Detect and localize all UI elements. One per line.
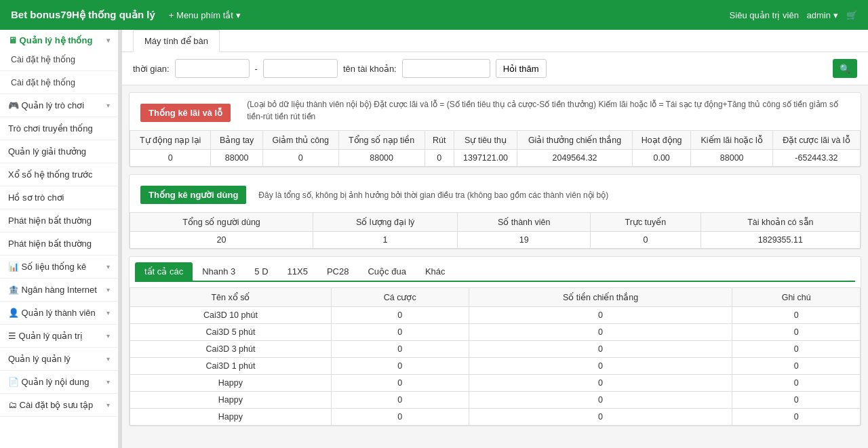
game-table-row: Cai3D 10 phút000 [130, 307, 861, 324]
sidebar-item-ho-so[interactable]: Hồ sơ trò chơi [0, 186, 118, 209]
header-right: Siêu quản trị viên admin ▾ 🛒 [730, 10, 857, 20]
game-cell-3: 0 [732, 341, 861, 358]
game-tab-tat-ca[interactable]: tất cả các [135, 262, 193, 281]
col-giai-thuong: Giải thưởng chiến thắng [517, 131, 633, 150]
game-cell-2: 0 [469, 358, 732, 375]
game-table: Tên xổ số Cá cược Số tiền chiến thắng Gh… [130, 287, 861, 426]
search-button[interactable]: 🔍 [833, 59, 857, 78]
game-cell-0: Cai3D 1 phút [130, 358, 332, 375]
sidebar-item-ngan-hang[interactable]: 🏦 Ngân hàng Internet ▾ [0, 279, 118, 302]
game-tab-khac[interactable]: Khác [416, 262, 455, 281]
col-tai-khoan: Tài khoản có sẵn [701, 213, 860, 232]
game-cell-2: 0 [469, 409, 732, 426]
game-tab-5d[interactable]: 5 D [245, 262, 277, 281]
game-cell-3: 0 [732, 358, 861, 375]
sidebar-item-so-lieu[interactable]: 📊 Số liệu thống kê ▾ [0, 256, 118, 279]
hoi-tham-button[interactable]: Hỏi thăm [496, 59, 547, 78]
col-bang-tay: Bảng tay [211, 131, 263, 150]
game-tab-nhanh-3[interactable]: Nhanh 3 [193, 262, 245, 281]
user-table: Tổng số người dùng Số lượng đại lý Số th… [130, 212, 861, 249]
game-tab-11x5[interactable]: 11X5 [278, 262, 317, 281]
game-cell-3: 0 [732, 409, 861, 426]
sidebar-item-cai-dat-1[interactable]: Cài đặt hệ thống [0, 48, 118, 71]
game-cell-1: 0 [331, 392, 469, 409]
game-cell-0: Happy [130, 375, 332, 392]
user-table-row: 20 1 19 0 1829355.11 [130, 232, 861, 249]
chevron-icon: ▾ [106, 263, 110, 270]
game-table-row: Cai3D 1 phút000 [130, 358, 861, 375]
header-left: Bet bonus79Hệ thống quản lý + Menu phím … [11, 9, 241, 21]
game-cell-1: 0 [331, 409, 469, 426]
separator: - [255, 64, 258, 74]
sidebar-section-quan-ly-he-thong[interactable]: 🖥 Quản lý hệ thống ▾ [0, 30, 118, 48]
col-ghi-chu: Ghi chú [732, 288, 861, 307]
sidebar-item-quan-ly-tro-choi[interactable]: 🎮 Quản lý trò chơi ▾ [0, 94, 118, 117]
sidebar-item-tro-choi-truyen-thong[interactable]: Trò chơi truyền thống [0, 117, 118, 140]
chevron-icon: ▾ [106, 309, 110, 317]
profit-section-title: Thống kê lãi và lỗ [140, 104, 231, 122]
cell-tong-nguoi-dung: 20 [130, 232, 313, 249]
cell-hoat-dong: 0.00 [632, 150, 691, 167]
main-layout: 🖥 Quản lý hệ thống ▾ Cài đặt hệ thống Cà… [0, 30, 868, 448]
time-start-input[interactable] [175, 59, 250, 78]
game-cell-2: 0 [469, 324, 732, 341]
game-cell-1: 0 [331, 375, 469, 392]
profit-table: Tự động nạp lại Bảng tay Giảm thủ công T… [130, 130, 861, 167]
game-tab-cuoc-dua[interactable]: Cuộc đua [358, 262, 415, 281]
col-truc-tuyen: Trực tuyến [591, 213, 701, 232]
chevron-down-icon[interactable]: ▾ [833, 10, 838, 20]
cell-tai-khoan: 1829355.11 [701, 232, 860, 249]
sidebar-item-quan-ly-quan-ly[interactable]: Quản lý quản lý ▾ [0, 348, 118, 371]
menu-shortcut-button[interactable]: + Menu phím tắt ▾ [169, 10, 241, 20]
profit-table-row: 0 88000 0 88000 0 1397121.00 2049564.32 … [130, 150, 861, 167]
user-table-header: Tổng số người dùng Số lượng đại lý Số th… [130, 213, 861, 232]
sidebar-item-quan-ly-thanh-vien[interactable]: 👤 Quản lý thành viên ▾ [0, 302, 118, 325]
col-rut: Rút [425, 131, 454, 150]
sidebar-item-quan-ly-quan-tri[interactable]: ☰ Quản lý quản trị ▾ [0, 325, 118, 348]
chevron-icon: ▾ [106, 355, 110, 363]
cell-kiem-lai: 88000 [691, 150, 772, 167]
cell-tieu-thu: 1397121.00 [454, 150, 517, 167]
admin-role-label: Siêu quản trị viên admin ▾ [730, 10, 838, 20]
sidebar-item-phat-hien-2[interactable]: Phát hiện bất thường [0, 232, 118, 256]
profit-table-header: Tự động nạp lại Bảng tay Giảm thủ công T… [130, 131, 861, 150]
col-tong-nap-tien: Tổng số nạp tiền [338, 131, 425, 150]
tab-may-tinh-de-ban[interactable]: Máy tính để bàn [133, 30, 220, 52]
game-tab-pc28[interactable]: PC28 [317, 262, 359, 281]
chevron-down-icon: ▾ [236, 10, 241, 20]
game-cell-1: 0 [331, 341, 469, 358]
time-label: thời gian: [133, 64, 170, 74]
col-kiem-lai: Kiếm lãi hoặc lỗ [691, 131, 772, 150]
account-input[interactable] [402, 59, 490, 78]
sidebar-item-quan-ly-giai-thuong[interactable]: Quản lý giải thưởng [0, 140, 118, 163]
cell-truc-tuyen: 0 [591, 232, 701, 249]
game-cell-2: 0 [469, 341, 732, 358]
search-icon: 🔍 [840, 64, 850, 74]
sidebar-item-xo-so[interactable]: Xổ số hệ thống trước [0, 163, 118, 186]
col-tong-nguoi-dung: Tổng số người dùng [130, 213, 313, 232]
user-section: Thống kê người dùng Đây là tổng số, khôn… [129, 174, 861, 249]
game-table-row: Happy000 [130, 409, 861, 426]
user-section-title: Thống kê người dùng [140, 186, 246, 204]
sidebar-item-cai-dat-2[interactable]: Cài đặt hệ thống [0, 71, 118, 94]
chevron-icon: ▾ [106, 332, 110, 340]
profit-section-note: (Loại bỏ dữ liệu thành viên nội bộ) Đặt … [241, 98, 855, 127]
game-cell-3: 0 [732, 375, 861, 392]
chevron-icon: ▾ [106, 286, 110, 293]
game-cell-2: 0 [469, 392, 732, 409]
game-section: tất cả các Nhanh 3 5 D 11X5 PC28 Cuộc đu… [129, 256, 861, 426]
cell-rut: 0 [425, 150, 454, 167]
sidebar-item-quan-ly-noi-dung[interactable]: 📄 Quản lý nội dung ▾ [0, 371, 118, 394]
sidebar-item-phat-hien-1[interactable]: Phát hiện bất thường [0, 209, 118, 232]
game-cell-3: 0 [732, 392, 861, 409]
time-end-input[interactable] [263, 59, 338, 78]
cart-icon[interactable]: 🛒 [846, 10, 857, 20]
game-cell-2: 0 [469, 307, 732, 324]
account-label: tên tài khoản: [343, 64, 397, 74]
col-ca-cuoc: Cá cược [331, 288, 469, 307]
top-header: Bet bonus79Hệ thống quản lý + Menu phím … [0, 0, 868, 30]
game-table-row: Cai3D 5 phút000 [130, 324, 861, 341]
chevron-icon: ▾ [106, 102, 110, 109]
sidebar-item-cai-dat-bo-suu-tap[interactable]: 🗂 Cài đặt bộ sưu tập ▾ [0, 394, 118, 417]
chevron-icon: ▾ [106, 37, 110, 44]
